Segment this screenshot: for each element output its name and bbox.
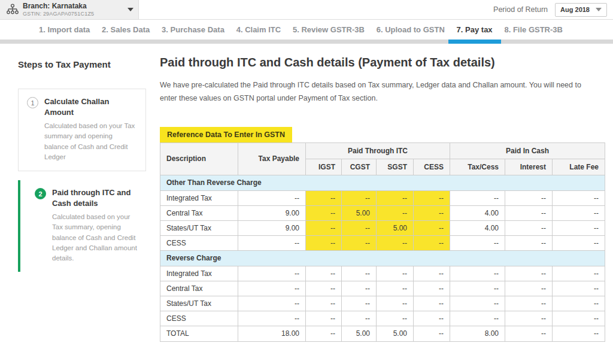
cell-tax-cess: -- [450, 311, 505, 326]
cell-tax-cess: 8.00 [450, 326, 505, 341]
cell-cess: -- [414, 326, 450, 341]
cell-description: States/UT Tax [160, 220, 238, 235]
tab-track [0, 40, 613, 44]
sidebar-title: Steps to Tax Payment [18, 59, 146, 69]
col-header-cess: CESS [414, 159, 450, 175]
period-dropdown[interactable]: Aug 2018 [555, 3, 607, 17]
cell-interest: -- [505, 190, 553, 205]
cell-sgst: -- [377, 281, 414, 296]
cell-late-fee: -- [553, 326, 605, 341]
cell-igst: -- [306, 235, 342, 250]
cell-late-fee: -- [553, 311, 605, 326]
cell-tax-payable: -- [238, 266, 306, 281]
col-header-late-fee: Late Fee [553, 159, 605, 175]
step-number-badge: 2 [35, 188, 46, 199]
tab-5-review-gstr-3b[interactable]: 5. Review GSTR-3B [293, 25, 365, 34]
period-value: Aug 2018 [560, 6, 590, 13]
cell-tax-cess: 4.00 [450, 205, 505, 220]
cell-interest: -- [505, 205, 553, 220]
col-header-description: Description [160, 142, 238, 175]
cell-igst: -- [306, 326, 342, 341]
main-panel: Paid through ITC and Cash details (Payme… [160, 44, 606, 342]
cell-tax-cess: 4.00 [450, 220, 505, 235]
cell-interest: -- [505, 326, 553, 341]
tab-4-claim-itc[interactable]: 4. Claim ITC [236, 25, 281, 34]
table-row-total: TOTAL18.00--5.005.00--8.00---- [160, 326, 605, 341]
cell-tax-cess: -- [450, 296, 505, 311]
cell-tax-payable: 9.00 [238, 205, 306, 220]
tab-3-purchase-data[interactable]: 3. Purchase Data [162, 25, 224, 34]
cell-cgst: -- [342, 190, 377, 205]
step-title: Calculate Challan Amount [44, 96, 138, 117]
cell-cgst: -- [342, 311, 377, 326]
period-of-return-label: Period of Return [493, 5, 548, 14]
section-label: Reverse Charge [160, 250, 605, 266]
cell-igst: -- [306, 220, 342, 235]
cell-tax-payable: -- [238, 190, 306, 205]
cell-sgst: -- [377, 311, 414, 326]
steps-list: 1Calculate Challan AmountCalculated base… [18, 89, 146, 272]
tab-8-file-gstr-3b[interactable]: 8. File GSTR-3B [504, 25, 563, 34]
table-row-cess: CESS---------------- [160, 311, 605, 326]
page-description: We have pre-calculated the Paid through … [160, 79, 592, 105]
table-row-states-ut-tax: States/UT Tax---------------- [160, 296, 605, 311]
tab-7-pay-tax[interactable]: 7. Pay tax [457, 25, 493, 34]
branch-selector[interactable]: Branch: Karnataka GSTIN: 29AGAPA0751C1Z5 [0, 0, 139, 19]
step-item-2[interactable]: 2Paid through ITC and Cash detailsCalcul… [18, 180, 146, 272]
cell-description: Central Tax [160, 281, 238, 296]
payment-of-tax-table: DescriptionTax PayablePaid Through ITCPa… [160, 142, 605, 342]
cell-description: CESS [160, 235, 238, 250]
cell-late-fee: -- [553, 205, 605, 220]
cell-sgst: -- [377, 266, 414, 281]
tab-1-import-data[interactable]: 1. Import data [39, 25, 90, 34]
cell-sgst: -- [377, 205, 414, 220]
cell-description: States/UT Tax [160, 296, 238, 311]
org-chart-icon [6, 3, 19, 16]
table-row-integrated-tax: Integrated Tax---------------- [160, 266, 605, 281]
cell-sgst: -- [377, 190, 414, 205]
cell-sgst: -- [377, 235, 414, 250]
cell-cess: -- [414, 266, 450, 281]
cell-tax-cess: -- [450, 281, 505, 296]
cell-cgst: -- [342, 220, 377, 235]
tab-bar: 1. Import data2. Sales Data3. Purchase D… [0, 20, 613, 40]
tab-2-sales-data[interactable]: 2. Sales Data [102, 25, 150, 34]
cell-late-fee: -- [553, 190, 605, 205]
branch-gstin: GSTIN: 29AGAPA0751C1Z5 [23, 11, 124, 17]
cell-tax-payable: -- [238, 311, 306, 326]
col-header-interest: Interest [505, 159, 553, 175]
cell-interest: -- [505, 235, 553, 250]
cell-interest: -- [505, 311, 553, 326]
table-row-central-tax: Central Tax---------------- [160, 281, 605, 296]
cell-cess: -- [414, 205, 450, 220]
cell-late-fee: -- [553, 266, 605, 281]
tab-bar-wrap: 1. Import data2. Sales Data3. Purchase D… [0, 20, 613, 44]
cell-igst: -- [306, 266, 342, 281]
step-item-1[interactable]: 1Calculate Challan AmountCalculated base… [18, 89, 146, 171]
cell-cess: -- [414, 190, 450, 205]
section-row-other-than-reverse-charge: Other Than Reverse Charge [160, 175, 605, 190]
cell-tax-cess: -- [450, 266, 505, 281]
steps-sidebar: Steps to Tax Payment 1Calculate Challan … [18, 59, 146, 281]
step-description: Calculated based on your Tax summary and… [44, 121, 138, 162]
cell-cess: -- [414, 296, 450, 311]
cell-tax-payable: -- [238, 296, 306, 311]
cell-description: Integrated Tax [160, 266, 238, 281]
cell-description: CESS [160, 311, 238, 326]
cell-late-fee: -- [553, 235, 605, 250]
cell-tax-payable: -- [238, 235, 306, 250]
group-header-paid-in-cash: Paid In Cash [450, 142, 605, 159]
cell-cess: -- [414, 235, 450, 250]
col-header-tax-payable: Tax Payable [238, 142, 306, 175]
section-label: Other Than Reverse Charge [160, 175, 605, 190]
tab-6-upload-to-gstn[interactable]: 6. Upload to GSTN [377, 25, 445, 34]
cell-cess: -- [414, 311, 450, 326]
table-body: Other Than Reverse ChargeIntegrated Tax-… [160, 175, 605, 341]
top-bar: Branch: Karnataka GSTIN: 29AGAPA0751C1Z5… [0, 0, 613, 20]
table-row-states-ut-tax: States/UT Tax9.00----5.00--4.00---- [160, 220, 605, 235]
cell-interest: -- [505, 266, 553, 281]
cell-sgst: 5.00 [377, 326, 414, 341]
group-header-paid-through-itc: Paid Through ITC [306, 142, 450, 159]
cell-cgst: 5.00 [342, 205, 377, 220]
active-tab-underline [448, 40, 501, 44]
